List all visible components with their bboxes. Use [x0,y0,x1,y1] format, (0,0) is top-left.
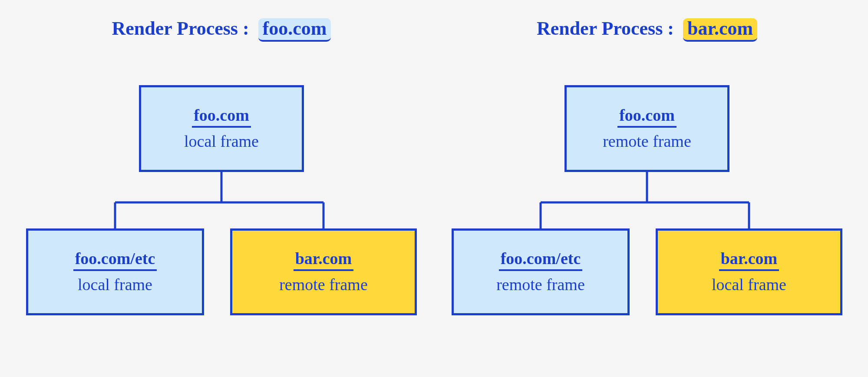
frame-node-child-left: foo.com/etc local frame [26,228,204,315]
frame-type: remote frame [238,275,409,294]
frame-type: local frame [664,275,834,294]
frame-node-child-right: bar.com remote frame [230,228,417,315]
frame-tree: foo.com remote frame foo.com/etc remote … [452,42,842,354]
frame-node-parent: foo.com local frame [139,85,304,172]
frame-url: foo.com [192,106,251,128]
process-title-domain: bar.com [683,18,757,42]
process-title: Render Process : bar.com [452,17,842,42]
frame-tree: foo.com local frame foo.com/etc local fr… [26,42,417,354]
frame-type: remote frame [573,132,721,151]
frame-type: local frame [147,132,296,151]
process-title-prefix: Render Process : [112,18,249,39]
frame-url: bar.com [294,249,354,271]
process-title-prefix: Render Process : [537,18,674,39]
frame-node-child-left: foo.com/etc remote frame [452,228,630,315]
render-process-foo: Render Process : foo.com foo.com local f… [26,17,417,354]
frame-url: foo.com/etc [73,249,157,271]
frame-url: foo.com/etc [499,249,583,271]
frame-url: bar.com [719,249,779,271]
frame-url: foo.com [617,106,677,128]
frame-type: local frame [34,275,196,294]
render-process-bar: Render Process : bar.com foo.com remote … [452,17,842,354]
diagram-canvas: Render Process : foo.com foo.com local f… [0,0,868,377]
frame-node-child-right: bar.com local frame [656,228,842,315]
frame-node-parent: foo.com remote frame [564,85,729,172]
frame-type: remote frame [460,275,621,294]
process-title: Render Process : foo.com [26,17,417,42]
process-title-domain: foo.com [258,18,331,42]
